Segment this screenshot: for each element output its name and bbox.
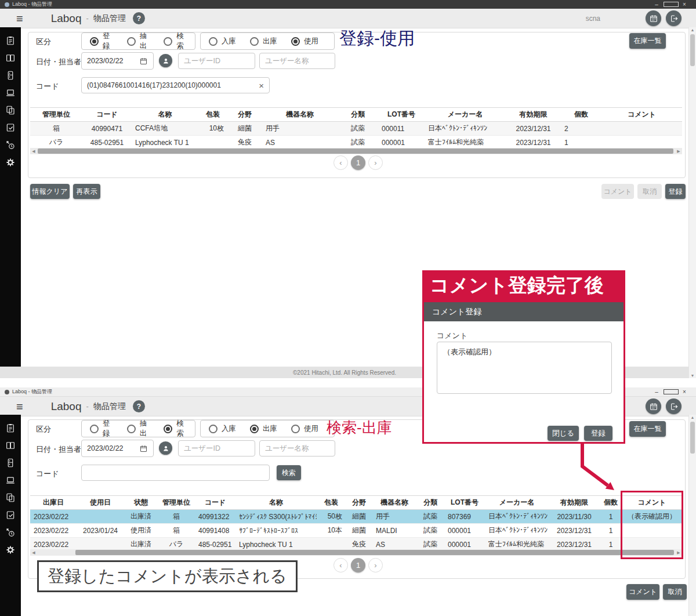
laptop-icon[interactable] bbox=[5, 475, 16, 485]
radio-icon bbox=[250, 425, 259, 433]
stock-list-button[interactable]: 在庫一覧 bbox=[629, 33, 666, 49]
vertical-scrollbar[interactable]: ▲ ▼ bbox=[688, 27, 696, 378]
next-page-button[interactable]: › bbox=[368, 558, 383, 572]
tools-clock-icon[interactable] bbox=[5, 140, 16, 150]
radio-kensaku[interactable]: 検索 bbox=[164, 31, 187, 51]
copy-clipboard-icon[interactable] bbox=[5, 492, 16, 503]
user-name-input[interactable]: ユーザー名称 bbox=[259, 53, 335, 69]
settings-gear-icon[interactable] bbox=[5, 545, 16, 555]
modal-close-button[interactable]: 閉じる bbox=[548, 426, 579, 441]
code-input[interactable] bbox=[81, 465, 270, 481]
prev-page-button[interactable]: ‹ bbox=[334, 558, 348, 572]
calendar-button[interactable] bbox=[646, 398, 661, 414]
scroll-up-icon[interactable]: ▲ bbox=[689, 28, 696, 32]
scrollbar-thumb[interactable] bbox=[38, 148, 673, 154]
copy-clipboard-icon[interactable] bbox=[5, 105, 16, 115]
calendar-button[interactable] bbox=[646, 10, 661, 26]
radio-shukko[interactable]: 出庫 bbox=[250, 424, 277, 434]
logout-button[interactable] bbox=[666, 10, 682, 26]
table-row-selected[interactable]: 2023/02/22 出庫済 箱 40991322 ｾﾝｼﾃﾞｨｽｸ S300(… bbox=[30, 510, 682, 524]
scrollbar-thumb[interactable] bbox=[690, 422, 695, 454]
scroll-up-icon[interactable]: ▲ bbox=[689, 415, 696, 419]
cell: Lyphocheck TU 1 bbox=[132, 139, 198, 147]
logout-button[interactable] bbox=[666, 398, 682, 414]
io-radio-group: 入庫 出庫 使用 bbox=[200, 420, 335, 437]
tools-clock-icon[interactable] bbox=[5, 527, 16, 538]
radio-icon bbox=[127, 425, 136, 433]
column-header: 名称 bbox=[132, 110, 198, 119]
horizontal-scrollbar[interactable]: ◀ ▶ bbox=[30, 148, 682, 154]
close-button[interactable]: × bbox=[677, 387, 691, 397]
radio-label: 入庫 bbox=[222, 424, 236, 434]
scroll-down-icon[interactable]: ▼ bbox=[689, 374, 696, 378]
scroll-left-icon[interactable]: ◀ bbox=[30, 148, 37, 154]
scroll-left-icon[interactable]: ◀ bbox=[30, 549, 37, 556]
help-button[interactable]: ? bbox=[133, 400, 145, 412]
clipboard-check-icon[interactable] bbox=[5, 122, 16, 133]
stock-list-button[interactable]: 在庫一覧 bbox=[629, 421, 666, 437]
clipboard-icon[interactable] bbox=[5, 423, 16, 433]
radio-shukko[interactable]: 出庫 bbox=[250, 37, 277, 46]
minimize-button[interactable]: – bbox=[650, 387, 664, 397]
current-page[interactable]: 1 bbox=[351, 558, 365, 572]
hamburger-menu-icon[interactable]: ≡ bbox=[16, 13, 23, 24]
close-button[interactable]: × bbox=[677, 0, 691, 9]
radio-shiyo[interactable]: 使用 bbox=[291, 424, 318, 434]
minimize-button[interactable]: – bbox=[650, 0, 664, 9]
comment-button[interactable]: コメント bbox=[626, 584, 659, 600]
hamburger-menu-icon[interactable]: ≡ bbox=[16, 401, 23, 412]
user-lookup-button[interactable] bbox=[159, 441, 172, 455]
user-id-input[interactable]: ユーザーID bbox=[178, 440, 255, 456]
calendar-picker-icon[interactable] bbox=[139, 444, 148, 453]
help-button[interactable]: ? bbox=[133, 12, 145, 24]
comment-button[interactable]: コメント bbox=[601, 184, 634, 199]
scrollbar-thumb[interactable] bbox=[75, 550, 674, 555]
refrigerator-icon[interactable] bbox=[5, 458, 16, 468]
modal-register-button[interactable]: 登録 bbox=[584, 426, 612, 441]
date-input[interactable]: 2023/02/22 bbox=[81, 52, 154, 70]
radio-shiyo[interactable]: 使用 bbox=[291, 37, 318, 46]
calendar-picker-icon[interactable] bbox=[139, 57, 148, 66]
maximize-button[interactable] bbox=[664, 0, 677, 9]
table-row[interactable]: 箱 40990471 CCFA培地 10枚 細菌 用手 試薬 000011 日本… bbox=[30, 122, 682, 136]
table-row[interactable]: 2023/02/22 2023/01/24 使用済 箱 40991408 ｻﾌﾞ… bbox=[30, 524, 682, 538]
redisplay-button[interactable]: 再表示 bbox=[73, 184, 100, 199]
user-lookup-button[interactable] bbox=[159, 54, 172, 67]
horizontal-scrollbar[interactable]: ◀ ▶ bbox=[30, 549, 682, 556]
radio-chushutsu[interactable]: 抽出 bbox=[127, 419, 150, 439]
user-id-input[interactable]: ユーザーID bbox=[178, 53, 255, 69]
maximize-button[interactable] bbox=[664, 387, 677, 397]
scrollbar-thumb[interactable] bbox=[690, 34, 695, 66]
clipboard-check-icon[interactable] bbox=[5, 510, 16, 520]
user-name-input[interactable]: ユーザー名称 bbox=[259, 440, 335, 456]
scroll-right-icon[interactable]: ▶ bbox=[675, 148, 682, 154]
radio-nyuko[interactable]: 入庫 bbox=[209, 37, 236, 46]
page: Laboq - 物品管理 – × ≡ Laboq - 物品管理 ? scna bbox=[0, 0, 696, 616]
current-page[interactable]: 1 bbox=[351, 155, 365, 170]
clipboard-icon[interactable] bbox=[5, 35, 16, 46]
clear-icon[interactable]: × bbox=[259, 81, 264, 90]
radio-kensaku[interactable]: 検索 bbox=[164, 419, 187, 439]
settings-gear-icon[interactable] bbox=[5, 157, 16, 168]
book-icon[interactable] bbox=[5, 53, 16, 63]
cancel-button[interactable]: 取消 bbox=[637, 184, 662, 199]
date-input[interactable]: 2023/02/22 bbox=[81, 440, 154, 457]
radio-nyuko[interactable]: 入庫 bbox=[209, 424, 236, 434]
code-input[interactable]: (01)0847661001416(17)231200(10)000001 × bbox=[81, 77, 270, 93]
radio-chushutsu[interactable]: 抽出 bbox=[127, 31, 150, 51]
cell: 000001 bbox=[444, 527, 485, 535]
refrigerator-icon[interactable] bbox=[5, 70, 16, 81]
column-header: 個数 bbox=[561, 110, 601, 119]
vertical-scrollbar[interactable]: ▲ bbox=[688, 415, 696, 616]
search-button[interactable]: 検索 bbox=[277, 465, 301, 480]
next-page-button[interactable]: › bbox=[368, 155, 383, 170]
laptop-icon[interactable] bbox=[5, 88, 16, 98]
register-button[interactable]: 登録 bbox=[665, 184, 686, 199]
radio-touroku[interactable]: 登録 bbox=[90, 419, 113, 439]
cancel-button[interactable]: 取消 bbox=[663, 584, 687, 600]
book-icon[interactable] bbox=[5, 440, 16, 451]
comment-textarea[interactable]: （表示確認用） bbox=[437, 342, 612, 394]
prev-page-button[interactable]: ‹ bbox=[334, 155, 348, 170]
info-clear-button[interactable]: 情報クリア bbox=[30, 184, 70, 199]
radio-touroku[interactable]: 登録 bbox=[90, 31, 113, 51]
